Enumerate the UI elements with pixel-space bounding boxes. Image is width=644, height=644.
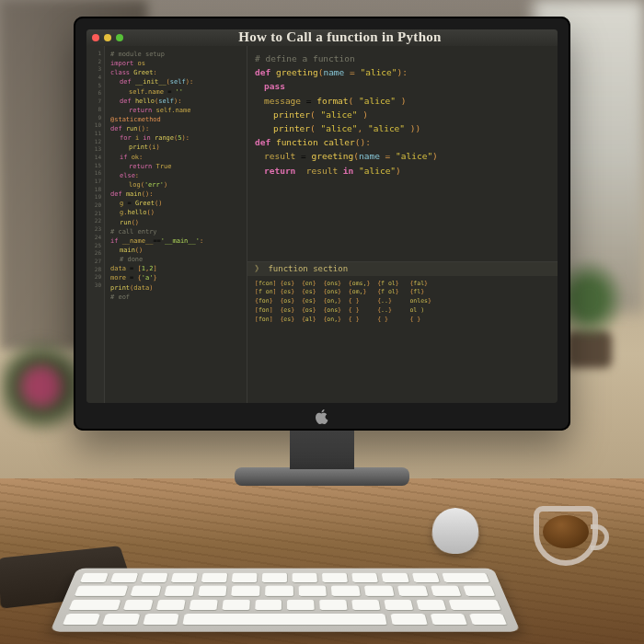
line-number: 24 (86, 234, 104, 242)
line-number: 6 (86, 89, 104, 98)
editor-panes: 1234567891011121314151617181920212223242… (86, 46, 558, 403)
line-number: 28 (86, 266, 104, 274)
code-line[interactable]: run() (110, 218, 241, 227)
right-editor-pane[interactable]: # define a functiondef greeting(name = "… (247, 46, 558, 262)
line-number: 7 (86, 98, 104, 106)
code-line[interactable]: def greeting(name = "alice"): (255, 65, 550, 79)
output-line: {fon} {os} {es} {on,} { } {..} onles} (255, 297, 550, 306)
code-line[interactable]: class Greet: (110, 68, 241, 77)
output-line: [f on] {es} {es} {ons} {om,} {f ol} {fl} (255, 288, 550, 297)
code-editor-window[interactable]: How to Call a function in Python 1234567… (86, 29, 558, 403)
close-button[interactable] (92, 34, 99, 41)
code-line[interactable]: g.hello() (110, 208, 241, 217)
code-line[interactable]: return self.name (110, 106, 241, 115)
desk-scene: How to Call a function in Python 1234567… (0, 0, 644, 644)
code-line[interactable]: g = Greet() (110, 199, 241, 208)
code-line[interactable]: # call entry (110, 227, 241, 236)
line-number: 13 (86, 145, 104, 154)
code-line[interactable]: else: (110, 171, 241, 180)
code-line[interactable]: def main(): (110, 190, 241, 199)
code-line[interactable]: # done (110, 255, 241, 264)
code-line[interactable]: self.name = '' (110, 87, 241, 97)
code-line[interactable]: printer( "alice", "alice" )) (255, 121, 550, 135)
monitor: How to Call a function in Python 1234567… (74, 17, 570, 486)
line-number: 5 (86, 82, 104, 90)
bottom-panel-header[interactable]: 》 function section (247, 262, 558, 276)
line-number: 16 (86, 169, 104, 178)
minimize-button[interactable] (104, 34, 111, 41)
window-titlebar[interactable]: How to Call a function in Python (86, 29, 558, 46)
output-line: [fon] {es} {al} {on,} { } { } { } (255, 316, 550, 325)
line-number: 3 (86, 65, 104, 74)
code-line[interactable]: # eof (110, 293, 241, 302)
keyboard[interactable] (50, 569, 520, 632)
line-number: 9 (86, 114, 104, 122)
line-number: 12 (86, 138, 104, 146)
code-line[interactable]: @staticmethod (110, 115, 241, 124)
code-line[interactable]: import os (110, 59, 241, 68)
code-line[interactable]: if ok: (110, 153, 241, 162)
line-number: 30 (86, 282, 104, 290)
code-line[interactable]: def __init__(self): (110, 77, 241, 86)
line-number-gutter: 1234567891011121314151617181920212223242… (86, 46, 105, 403)
code-line[interactable]: main() (110, 246, 241, 255)
line-number: 1 (86, 50, 104, 58)
code-line[interactable]: print(i) (110, 143, 241, 152)
code-line[interactable]: if __name__=='__main__': (110, 236, 241, 246)
line-number: 14 (86, 154, 104, 162)
code-line[interactable]: pass (255, 79, 550, 93)
code-line[interactable]: print(data) (110, 283, 241, 293)
output-line: [fon] {es} {os} {ons} { } {..} ol ) (255, 306, 550, 316)
line-number: 11 (86, 130, 104, 138)
flower-vase (0, 331, 83, 442)
line-number: 29 (86, 273, 104, 282)
coffee-cup (534, 506, 607, 580)
line-number: 18 (86, 186, 104, 194)
line-number: 25 (86, 242, 104, 250)
code-line[interactable]: message = format( "alice" ) (255, 94, 550, 108)
code-line[interactable]: result = greeting(name = "alice") (255, 149, 550, 163)
monitor-bezel: How to Call a function in Python 1234567… (74, 17, 570, 431)
line-number: 8 (86, 106, 104, 114)
monitor-stand-base (235, 467, 409, 486)
apple-logo-icon (315, 408, 329, 425)
line-number: 27 (86, 258, 104, 266)
code-line[interactable]: data = [1,2] (110, 264, 241, 273)
left-editor-pane[interactable]: # module setupimport osclass Greet:def _… (105, 46, 247, 403)
code-line[interactable]: return True (110, 162, 241, 171)
code-line[interactable]: # define a function (255, 52, 550, 65)
line-number: 21 (86, 210, 104, 218)
line-number: 23 (86, 225, 104, 234)
line-number: 22 (86, 217, 104, 225)
code-line[interactable]: # module setup (110, 50, 241, 59)
output-line: [fcon] {es} {en} {ons} {oms,} {f ol} {fa… (255, 280, 550, 289)
code-line[interactable]: log('err') (110, 180, 241, 190)
line-number: 26 (86, 249, 104, 258)
code-line[interactable]: return result in "alice") (255, 164, 550, 178)
code-line[interactable]: def function caller(): (255, 135, 550, 149)
line-number: 20 (86, 201, 104, 210)
output-panel[interactable]: [fcon] {es} {en} {ons} {oms,} {f ol} {fa… (247, 276, 558, 403)
line-number: 15 (86, 162, 104, 170)
code-line[interactable]: def hello(self): (110, 97, 241, 106)
line-number: 19 (86, 193, 104, 201)
code-line[interactable]: printer( "alice" ) (255, 108, 550, 121)
code-line[interactable]: more = {'a'} (110, 273, 241, 282)
code-line[interactable]: for i in range(5): (110, 133, 241, 143)
line-number: 4 (86, 74, 104, 82)
code-line[interactable]: def run(): (110, 124, 241, 133)
line-number: 2 (86, 58, 104, 66)
window-title: How to Call a function in Python (128, 29, 552, 48)
line-number: 17 (86, 178, 104, 186)
zoom-button[interactable] (116, 34, 123, 41)
line-number: 10 (86, 121, 104, 130)
